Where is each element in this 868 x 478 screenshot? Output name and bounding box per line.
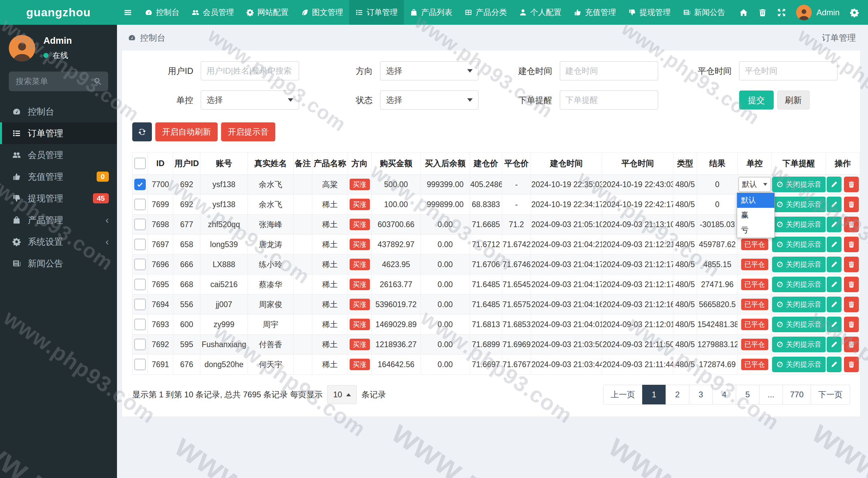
mute-button[interactable]: 关闭提示音 — [772, 337, 826, 352]
edit-button[interactable] — [827, 177, 842, 192]
edit-button[interactable] — [827, 197, 842, 212]
row-checkbox[interactable] — [134, 299, 146, 310]
cell-direction: 买涨 — [348, 255, 372, 275]
cell-control: 已平仓 — [738, 315, 772, 335]
expand-button[interactable] — [777, 8, 786, 17]
user-menu[interactable]: Admin — [796, 5, 840, 20]
sound-toggle-button[interactable]: 开启提示音 — [221, 122, 275, 141]
filter-select[interactable]: 选择 — [201, 91, 299, 109]
row-checkbox[interactable] — [134, 339, 146, 350]
delete-button[interactable] — [844, 197, 859, 212]
edit-button[interactable] — [827, 277, 842, 292]
nav-item-thumbs-down[interactable]: 提现管理 — [622, 0, 677, 25]
page-button[interactable]: 4 — [712, 385, 736, 404]
auto-refresh-button[interactable]: 开启自动刷新 — [155, 122, 218, 141]
menu-toggle-icon[interactable] — [117, 0, 139, 25]
row-checkbox[interactable] — [134, 319, 146, 330]
delete-button[interactable] — [844, 337, 859, 352]
delete-button[interactable] — [844, 217, 859, 232]
edit-button[interactable] — [827, 297, 842, 312]
row-checkbox[interactable] — [134, 199, 146, 210]
select-all-checkbox[interactable] — [134, 158, 146, 169]
mute-button[interactable]: 关闭提示音 — [772, 197, 826, 212]
page-button[interactable]: 2 — [666, 385, 689, 404]
delete-button[interactable] — [844, 177, 859, 192]
nav-item-leaf[interactable]: 图文管理 — [295, 0, 349, 25]
settings-button[interactable] — [850, 8, 859, 17]
nav-item-person[interactable]: 个人配置 — [513, 0, 568, 25]
submit-button[interactable]: 提交 — [739, 91, 774, 109]
sidebar: Admin 在线 控制台订单管理会员管理充值管理0提现管理45产品管理‹系统设置… — [0, 25, 117, 478]
bag-icon — [410, 8, 418, 16]
page-button[interactable]: 下一页 — [811, 385, 850, 404]
nav-item-newspaper[interactable]: 新闻公告 — [677, 0, 731, 25]
delete-button[interactable] — [844, 277, 859, 292]
delete-button[interactable] — [844, 257, 859, 272]
nav-item-dashboard[interactable]: 控制台 — [139, 0, 185, 25]
row-checkbox[interactable] — [134, 239, 146, 250]
page-button[interactable]: 1 — [642, 385, 666, 404]
edit-button[interactable] — [827, 257, 842, 272]
page-button[interactable]: 上一页 — [603, 385, 643, 404]
mute-button[interactable]: 关闭提示音 — [772, 217, 826, 232]
sidebar-item-dashboard[interactable]: 控制台 — [0, 101, 117, 122]
sidebar-item-list[interactable]: 订单管理 — [0, 122, 117, 144]
control-select[interactable]: 默认默认赢亏 — [738, 177, 771, 192]
edit-button[interactable] — [827, 217, 842, 232]
mute-button[interactable]: 关闭提示音 — [772, 277, 826, 292]
pencil-icon — [830, 241, 838, 248]
row-checkbox[interactable] — [134, 279, 146, 290]
filter-input[interactable] — [739, 61, 837, 80]
filter-input[interactable] — [201, 61, 299, 80]
filter-input[interactable] — [560, 61, 658, 80]
sidebar-item-gears[interactable]: 系统设置‹ — [0, 231, 117, 253]
mute-button[interactable]: 关闭提示音 — [772, 177, 826, 192]
table-refresh-button[interactable] — [132, 122, 152, 141]
page-button[interactable]: 770 — [783, 385, 811, 404]
sidebar-item-bag[interactable]: 产品管理‹ — [0, 209, 117, 231]
page-button[interactable]: ... — [759, 385, 783, 404]
delete-button[interactable] — [844, 297, 859, 312]
nav-item-grid[interactable]: 产品分类 — [458, 0, 513, 25]
edit-button[interactable] — [827, 237, 842, 252]
nav-item-thumbs-up[interactable]: 充值管理 — [568, 0, 622, 25]
home-button[interactable] — [739, 8, 748, 17]
sidebar-item-thumbs-down[interactable]: 提现管理45 — [0, 187, 117, 209]
row-checkbox[interactable] — [134, 219, 146, 230]
dropdown-option[interactable]: 赢 — [737, 208, 774, 223]
page-size-dropdown[interactable]: 10 — [327, 385, 357, 404]
sidebar-item-thumbs-up[interactable]: 充值管理0 — [0, 166, 117, 187]
row-checkbox[interactable] — [134, 359, 146, 370]
page-button[interactable]: 5 — [736, 385, 760, 404]
cell-remark — [294, 215, 312, 235]
direction-badge: 买涨 — [350, 219, 370, 230]
mute-button[interactable]: 关闭提示音 — [772, 257, 826, 272]
dropdown-option[interactable]: 默认 — [737, 193, 774, 208]
filter-select[interactable]: 选择 — [380, 61, 478, 80]
trash-button[interactable] — [758, 8, 767, 17]
dropdown-option[interactable]: 亏 — [737, 223, 774, 238]
edit-button[interactable] — [827, 357, 842, 372]
delete-button[interactable] — [844, 237, 859, 252]
nav-item-users[interactable]: 会员管理 — [185, 0, 240, 25]
sidebar-item-newspaper[interactable]: 新闻公告 — [0, 253, 117, 274]
nav-item-list[interactable]: 订单管理 — [349, 0, 404, 25]
edit-button[interactable] — [827, 317, 842, 332]
trash-icon — [758, 8, 767, 17]
row-checkbox[interactable] — [134, 259, 146, 270]
delete-button[interactable] — [844, 317, 859, 332]
filter-input[interactable] — [560, 91, 658, 109]
filter-select[interactable]: 选择 — [380, 91, 478, 109]
delete-button[interactable] — [844, 357, 859, 372]
refresh-button[interactable]: 刷新 — [777, 91, 810, 109]
sidebar-item-users[interactable]: 会员管理 — [0, 144, 117, 166]
nav-item-gear[interactable]: 网站配置 — [240, 0, 295, 25]
mute-button[interactable]: 关闭提示音 — [772, 237, 826, 252]
page-button[interactable]: 3 — [689, 385, 713, 404]
row-checkbox[interactable] — [134, 179, 146, 190]
mute-button[interactable]: 关闭提示音 — [772, 297, 826, 312]
edit-button[interactable] — [827, 337, 842, 352]
mute-button[interactable]: 关闭提示音 — [772, 357, 826, 372]
mute-button[interactable]: 关闭提示音 — [772, 317, 826, 332]
nav-item-bag[interactable]: 产品列表 — [404, 0, 458, 25]
